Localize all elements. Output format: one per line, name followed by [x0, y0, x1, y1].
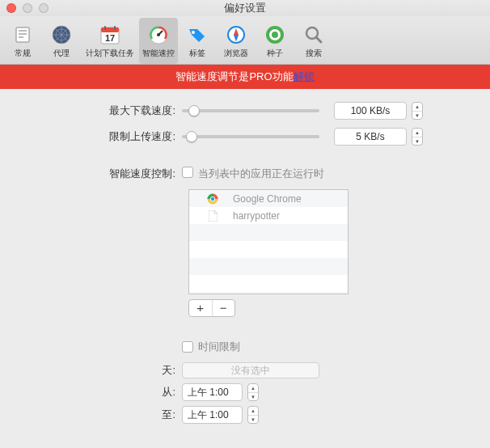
gauge-icon: [147, 23, 170, 46]
svg-point-14: [157, 33, 160, 36]
smart-control-checkbox[interactable]: [182, 167, 193, 178]
svg-text:17: 17: [105, 33, 115, 43]
stepper-down[interactable]: ▼: [412, 112, 422, 120]
limit-upload-label: 限制上传速度:: [24, 129, 182, 144]
tab-browsers[interactable]: 浏览器: [217, 18, 256, 64]
tab-smart-speed[interactable]: 智能速控: [139, 18, 178, 64]
day-label: 天:: [24, 363, 182, 378]
toolbar: 常规 代理 17 计划下载任务 智能速控 标签 浏览器 种子: [0, 16, 490, 65]
chrome-icon: [207, 193, 218, 205]
stepper-up[interactable]: ▲: [248, 407, 258, 416]
svg-rect-2: [19, 33, 27, 35]
svg-point-20: [272, 32, 278, 38]
unlock-link[interactable]: 解锁: [294, 70, 315, 82]
stepper-up[interactable]: ▲: [248, 384, 258, 393]
stepper-up[interactable]: ▲: [412, 129, 422, 137]
svg-point-15: [192, 31, 195, 34]
svg-rect-10: [114, 26, 116, 30]
from-label: 从:: [24, 385, 182, 399]
file-icon: [207, 210, 218, 222]
tab-general[interactable]: 常规: [3, 18, 42, 64]
day-select[interactable]: 没有选中: [182, 362, 319, 378]
proxy-icon: [50, 23, 73, 46]
calendar-icon: 17: [99, 23, 121, 46]
app-name: harrypotter: [233, 210, 280, 222]
svg-rect-9: [104, 26, 106, 30]
tab-scheduler-label: 计划下载任务: [86, 48, 134, 59]
svg-rect-3: [19, 36, 23, 38]
pro-banner: 智能速度调节是PRO功能解锁: [0, 65, 490, 89]
titlebar: 偏好设置: [0, 0, 490, 16]
max-download-row: 最大下载速度: 100 KB/s ▲▼: [24, 102, 466, 120]
max-download-label: 最大下载速度:: [24, 104, 182, 118]
from-row: 从: 上午 1:00 ▲▼: [24, 383, 466, 401]
max-download-stepper[interactable]: ▲▼: [412, 102, 423, 120]
app-list[interactable]: Google Chrome harrypotter: [188, 189, 348, 294]
app-name: Google Chrome: [233, 193, 302, 205]
tab-search-label: 搜索: [306, 48, 322, 59]
svg-point-25: [211, 197, 214, 200]
to-row: 至: 上午 1:00 ▲▼: [24, 406, 466, 424]
list-item[interactable]: Google Chrome: [189, 190, 348, 207]
tab-search[interactable]: 搜索: [294, 18, 333, 64]
limit-upload-row: 限制上传速度: 5 KB/s ▲▼: [24, 128, 466, 146]
day-row: 天: 没有选中: [24, 362, 466, 378]
remove-app-button[interactable]: −: [213, 300, 235, 316]
banner-text: 智能速度调节是PRO功能: [175, 70, 293, 82]
general-icon: [11, 23, 34, 46]
from-time[interactable]: 上午 1:00: [182, 383, 243, 401]
window-title: 偏好设置: [0, 1, 490, 15]
time-limit-check-label: 时间限制: [198, 340, 240, 354]
tab-torrents-label: 种子: [267, 48, 283, 59]
from-stepper[interactable]: ▲▼: [247, 383, 259, 401]
max-download-slider[interactable]: [182, 109, 319, 112]
list-item: [189, 292, 348, 294]
smart-control-row: 智能速度控制: 当列表中的应用正在运行时: [24, 167, 466, 181]
tab-tags-label: 标签: [189, 48, 205, 59]
to-label: 至:: [24, 408, 182, 422]
limit-upload-value[interactable]: 5 KB/s: [334, 128, 407, 146]
stepper-down[interactable]: ▼: [248, 416, 258, 424]
svg-rect-8: [101, 27, 119, 32]
limit-upload-slider[interactable]: [182, 135, 319, 138]
tab-torrents[interactable]: 种子: [256, 18, 294, 64]
to-time[interactable]: 上午 1:00: [182, 406, 243, 424]
list-item[interactable]: harrypotter: [189, 207, 348, 224]
limit-upload-stepper[interactable]: ▲▼: [412, 128, 423, 146]
svg-line-22: [316, 37, 321, 42]
content: 最大下载速度: 100 KB/s ▲▼ 限制上传速度: 5 KB/s ▲▼ 智能…: [0, 89, 490, 448]
stepper-up[interactable]: ▲: [412, 103, 422, 112]
tag-icon: [186, 23, 209, 46]
max-download-value[interactable]: 100 KB/s: [334, 102, 407, 120]
seed-icon: [264, 23, 286, 46]
tab-general-label: 常规: [15, 48, 31, 59]
add-app-button[interactable]: +: [189, 300, 213, 316]
to-stepper[interactable]: ▲▼: [247, 406, 259, 424]
list-item: [189, 258, 348, 275]
list-item: [189, 275, 348, 292]
tab-browsers-label: 浏览器: [224, 48, 248, 59]
list-item: [189, 241, 348, 258]
list-buttons: + −: [188, 299, 235, 317]
smart-control-check-label: 当列表中的应用正在运行时: [198, 167, 324, 181]
compass-icon: [225, 23, 247, 46]
stepper-down[interactable]: ▼: [248, 393, 258, 401]
tab-tags[interactable]: 标签: [178, 18, 217, 64]
tab-proxy-label: 代理: [53, 48, 70, 59]
tab-proxy[interactable]: 代理: [42, 18, 81, 64]
list-item: [189, 224, 348, 241]
stepper-down[interactable]: ▼: [412, 137, 422, 146]
time-limit-checkbox[interactable]: [182, 341, 193, 353]
svg-rect-1: [19, 30, 27, 32]
smart-control-label: 智能速度控制:: [24, 167, 182, 181]
tab-smart-speed-label: 智能速控: [142, 48, 175, 59]
time-limit-row: 时间限制: [24, 340, 466, 354]
search-icon: [302, 23, 325, 46]
tab-scheduler[interactable]: 17 计划下载任务: [81, 18, 139, 64]
